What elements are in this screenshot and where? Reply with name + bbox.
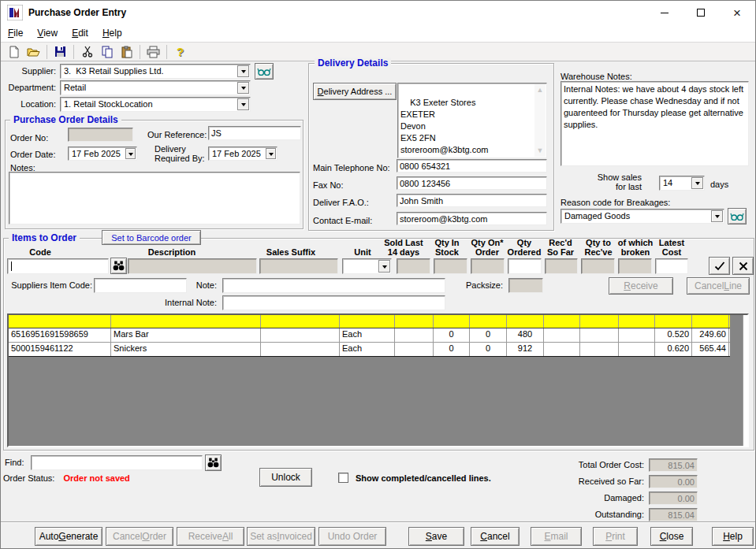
text-caret [11,262,12,271]
auto-generate-button[interactable]: Auto Generate [35,527,102,546]
reason-code-combo[interactable]: Damaged Goods [560,209,724,224]
email-button: Email [531,527,582,546]
supplier-combo[interactable]: 3. K3 Retail Supplies Ltd. [60,64,251,79]
col-header-latest-cost: Latest Cost [649,238,695,257]
menu-file[interactable]: File [1,26,30,40]
warehouse-notes-label: Warehouse Notes: [560,72,632,81]
chevron-down-icon[interactable] [378,260,390,273]
copy-icon[interactable] [97,43,117,61]
grid-cell-qty_to_recve [580,315,619,328]
chevron-down-icon[interactable] [237,65,249,77]
delivery-address-button[interactable]: Delivery Address ... [313,83,397,100]
chevron-down-icon[interactable] [711,210,723,222]
window-title: Purchase Order Entry [28,7,126,18]
order-date-picker[interactable]: 17 Feb 2025 [68,147,137,161]
main-telephone-input[interactable]: 0800 654321 [397,159,547,172]
address-scrollbar[interactable]: ▲▼ [534,84,546,157]
grid-cell-recd_so_far [544,343,580,356]
warehouse-notes-textarea[interactable]: Internal Notes: we have about 4 days sto… [560,81,749,166]
cut-icon[interactable] [77,43,97,61]
cancel-button[interactable]: Cancel [471,527,520,546]
show-completed-checkbox[interactable] [338,473,348,483]
unit-combo[interactable] [342,258,392,274]
grid-item-row[interactable]: 6516951691598659Mars BarEach004800.52024… [9,328,730,343]
unlock-button[interactable]: Unlock [259,468,312,487]
reason-code-lookup-button[interactable] [728,208,747,224]
menu-edit[interactable]: Edit [65,26,95,40]
grid-cell-description [111,315,261,328]
location-combo[interactable]: 1. Retail StockLocation [60,97,251,112]
grid-cell-qty_to_recve [580,328,619,342]
menu-help[interactable]: Help [95,26,129,40]
department-combo[interactable]: Retail [60,80,251,95]
supplier-lookup-button[interactable] [255,63,274,80]
qty-ordered-input[interactable] [508,258,542,274]
help-icon[interactable]: ? [170,43,190,61]
contact-email-input[interactable]: storeroom@k3btg.com [397,212,547,225]
accept-line-button[interactable] [709,257,730,275]
grid-cell-of_which_broken [619,328,655,342]
minimize-button[interactable] [646,1,683,24]
department-label: Department: [1,83,56,92]
chevron-down-icon[interactable] [237,98,249,110]
maximize-button[interactable] [683,1,719,24]
order-lines-grid[interactable]: 6516951691598659Mars BarEach004800.52024… [7,313,749,447]
grid-scrollbar[interactable] [743,315,747,446]
paste-icon[interactable] [117,43,136,61]
close-button-bottom[interactable]: Close [650,527,693,546]
grid-new-line-row[interactable] [9,315,730,328]
reject-line-button[interactable] [732,257,754,275]
menu-bar: File View Edit Help [1,24,755,42]
receive-button: Receive [609,277,673,295]
show-sales-value: 14 [663,178,691,187]
find-input[interactable] [31,455,203,470]
col-header-code: Code [9,247,72,257]
footer-separator [1,521,756,523]
note-input[interactable] [222,278,445,293]
sales-suffix-field [259,258,338,274]
col-header-sold-last: Sold Last 14 days [380,238,427,257]
chevron-down-icon[interactable] [266,148,276,159]
deliver-fao-input[interactable]: John Smith [397,194,547,207]
set-as-invoiced-button: Set as Invoiced [247,527,315,546]
grid-cell-qty_ordered: 480 [507,328,544,342]
open-folder-icon[interactable] [24,43,43,61]
grid-item-row[interactable]: 5000159461122SnickersEach009120.620565.4… [9,343,730,357]
department-value: Retail [64,83,236,92]
show-sales-combo[interactable]: 14 [659,176,705,191]
delivery-address-box[interactable]: K3 Exeter Stores EXETER Devon EX5 2FN st… [397,83,547,158]
grid-cell-total: 565.44 [692,343,729,356]
code-lookup-button[interactable] [110,258,127,274]
delivery-required-value: 17 Feb 2025 [212,149,263,158]
grid-cell-qty_ordered: 912 [507,343,544,356]
scroll-up-icon[interactable]: ▲ [537,84,544,96]
notes-textarea[interactable] [9,172,300,224]
close-button[interactable]: × [719,1,755,24]
col-header-sales-suffix: Sales Suffix [251,247,330,257]
our-reference-input[interactable]: JS [208,126,301,140]
col-header-description: Description [125,247,219,257]
new-document-icon[interactable] [4,43,24,61]
save-button[interactable]: Save [408,527,464,546]
set-to-barcode-order-button[interactable]: Set to Barcode order [102,230,201,245]
chevron-down-icon[interactable] [691,177,703,189]
chevron-down-icon[interactable] [237,82,249,94]
chevron-down-icon[interactable] [125,148,136,159]
menu-view[interactable]: View [30,26,65,40]
print-icon[interactable] [143,43,163,61]
title-bar: Purchase Order Entry × [1,1,755,24]
help-button[interactable]: Help [712,527,754,546]
delivery-required-picker[interactable]: 17 Feb 2025 [208,147,277,161]
suppliers-item-code-input[interactable] [94,278,187,293]
internal-note-input[interactable] [222,295,445,310]
save-icon[interactable] [50,43,70,61]
find-button[interactable] [205,454,222,471]
fax-input[interactable]: 0800 123456 [397,176,547,190]
print-button: Print [593,527,638,546]
delivery-details-title: Delivery Details [315,57,391,69]
undo-order-button: Undo Order [318,527,386,546]
latest-cost-input[interactable] [655,258,688,274]
code-input[interactable] [7,258,109,274]
of-which-broken-field [618,258,652,274]
scroll-down-icon[interactable]: ▼ [537,145,544,157]
